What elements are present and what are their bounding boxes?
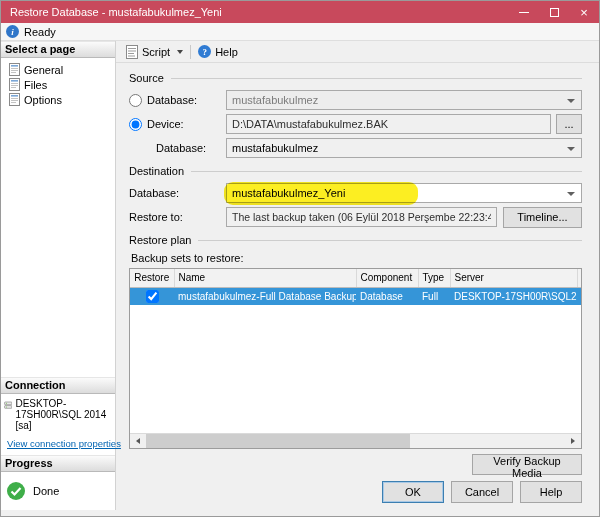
progress-panel: Done [1,472,115,510]
done-check-icon [6,481,26,501]
column-header-name[interactable]: Name [174,269,356,287]
dropdown-arrow-icon [567,99,575,103]
grid-header-row: Restore Name Component Type Server Datab… [130,269,581,287]
restore-plan-legend: Restore plan [129,234,191,246]
grid-empty-area [130,305,581,433]
source-legend: Source [129,72,164,84]
page-icon [9,63,20,76]
destination-legend: Destination [129,165,184,177]
destination-database-combo[interactable] [226,183,582,203]
column-header-component[interactable]: Component [356,269,418,287]
page-tree: General Files Options [1,58,115,377]
destination-database-row: Database: [129,182,582,204]
ok-button[interactable]: OK [382,481,444,503]
script-button[interactable]: Script [122,44,187,60]
info-icon: i [6,25,19,38]
restore-checkbox[interactable] [146,290,159,303]
sidebar: Select a page General Files Options Conn… [1,41,116,510]
section-rule [191,171,582,172]
source-device-radio-label: Device: [147,118,184,130]
backup-sets-grid: Restore Name Component Type Server Datab… [129,268,582,449]
maximize-icon [550,8,559,17]
scroll-right-button[interactable] [565,434,581,448]
column-header-type[interactable]: Type [418,269,450,287]
minimize-button[interactable] [509,1,539,23]
scrollbar-track[interactable] [146,434,565,448]
scroll-left-icon [136,438,140,444]
scroll-left-button[interactable] [130,434,146,448]
page-icon [9,78,20,91]
source-database-radio-label: Database: [147,94,197,106]
source-database-combo-value: mustafabukulmez [232,94,318,106]
minimize-icon [519,12,529,13]
source-database-select-value: mustafabukulmez [232,142,318,154]
help-toolbar-label: Help [215,46,238,58]
restore-plan-section-title: Restore plan [129,234,582,246]
sidebar-item-general[interactable]: General [3,62,113,77]
view-connection-properties-link[interactable]: View connection properties [4,438,121,449]
progress-status: Done [33,485,59,497]
script-icon [126,45,138,59]
verify-row: Verify Backup Media [129,454,582,475]
source-database-select-row: Database: mustafabukulmez [129,137,582,159]
script-label: Script [142,46,170,58]
source-section-title: Source [129,72,582,84]
titlebar[interactable]: Restore Database - mustafabukulmez_Yeni … [1,1,599,23]
source-database-label: Database: [129,142,226,154]
connection-server-row: DESKTOP-17SH00R\SQL 2014 [sa] [4,398,112,431]
chevron-down-icon [177,50,183,54]
source-device-row: Device: ... [129,113,582,135]
sidebar-item-options[interactable]: Options [3,92,113,107]
cell-server: DESKTOP-17SH00R\SQL2014 [450,287,577,305]
select-a-page-header: Select a page [1,41,115,58]
restore-to-input[interactable] [226,207,497,227]
close-icon: × [580,6,588,19]
help-toolbar-button[interactable]: ? Help [194,44,242,59]
device-path-input[interactable] [226,114,551,134]
maximize-button[interactable] [539,1,569,23]
section-rule [198,240,582,241]
close-button[interactable]: × [569,1,599,23]
source-database-radio[interactable] [129,94,142,107]
page-icon [9,93,20,106]
source-database-select[interactable]: mustafabukulmez [226,138,582,158]
backup-sets-table: Restore Name Component Type Server Datab… [130,269,581,305]
column-header-database[interactable]: Database [577,269,581,287]
column-header-restore[interactable]: Restore [130,269,174,287]
restore-database-window: Restore Database - mustafabukulmez_Yeni … [0,0,600,517]
backup-sets-label: Backup sets to restore: [131,252,582,264]
help-icon: ? [198,45,211,58]
sidebar-item-files[interactable]: Files [3,77,113,92]
cell-database: mustafabukulmez [577,287,581,305]
connection-panel: DESKTOP-17SH00R\SQL 2014 [sa] View conne… [1,394,115,455]
dropdown-arrow-icon [567,147,575,151]
window-title: Restore Database - mustafabukulmez_Yeni [10,6,509,18]
source-device-radio[interactable] [129,118,142,131]
restore-to-label: Restore to: [129,211,226,223]
backup-set-row[interactable]: mustafabukulmez-Full Database Backup Dat… [130,287,581,305]
section-rule [171,78,582,79]
destination-database-input[interactable] [232,187,563,199]
timeline-button[interactable]: Timeline... [503,207,582,228]
sidebar-item-label: Options [24,94,62,106]
toolbar-separator [190,45,191,59]
dropdown-arrow-icon [567,192,575,196]
scroll-right-icon [571,438,575,444]
help-button[interactable]: Help [520,481,582,503]
connection-header: Connection [1,377,115,394]
caption-buttons: × [509,1,599,23]
cell-component: Database [356,287,418,305]
toolbar: Script ? Help [116,41,599,63]
status-text: Ready [24,26,56,38]
source-database-combo[interactable]: mustafabukulmez [226,90,582,110]
sidebar-item-label: General [24,64,63,76]
main-pane: Script ? Help Source Da [116,41,599,510]
cancel-button[interactable]: Cancel [451,481,513,503]
cell-name: mustafabukulmez-Full Database Backup [174,287,356,305]
source-database-row: Database: mustafabukulmez [129,89,582,111]
browse-button[interactable]: ... [556,114,582,134]
scrollbar-thumb[interactable] [146,434,410,448]
verify-backup-media-button[interactable]: Verify Backup Media [472,454,582,475]
column-header-server[interactable]: Server [450,269,577,287]
horizontal-scrollbar[interactable] [130,433,581,448]
